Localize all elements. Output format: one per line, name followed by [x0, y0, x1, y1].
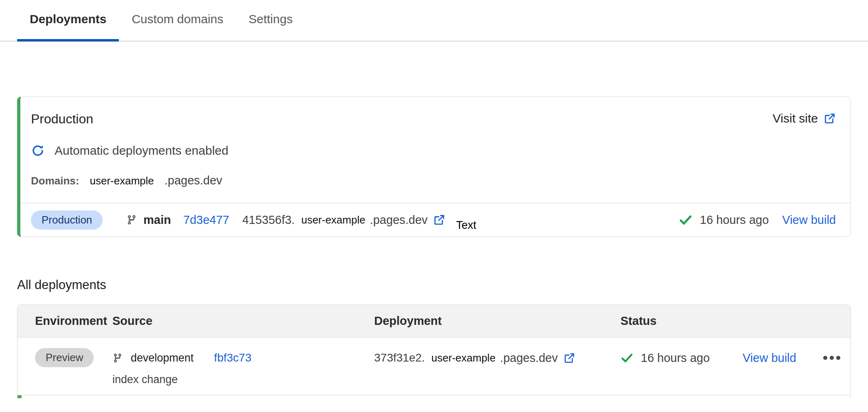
- external-link-icon[interactable]: [563, 352, 575, 364]
- deployment-url-suffix: .pages.dev: [500, 351, 558, 365]
- check-icon: [620, 351, 633, 364]
- table-row: Preview development fbf3c73 index change…: [18, 337, 850, 395]
- deployment-time: 16 hours ago: [641, 351, 710, 365]
- column-header-environment: Environment: [35, 314, 112, 328]
- branch-name: development: [131, 352, 194, 364]
- domain-suffix: .pages.dev: [164, 174, 222, 187]
- deployment-url-name: user-example: [432, 352, 496, 364]
- visit-site-label: Visit site: [773, 112, 818, 125]
- production-card-title: Production: [31, 112, 93, 127]
- auto-deployments-text: Automatic deployments enabled: [55, 144, 228, 158]
- view-build-link[interactable]: View build: [743, 351, 796, 365]
- environment-badge-production: Production: [31, 210, 103, 230]
- tab-custom-domains[interactable]: Custom domains: [119, 12, 236, 41]
- tab-settings[interactable]: Settings: [236, 12, 305, 41]
- branch-name: main: [143, 213, 171, 227]
- deployment-url-id: 373f31e2.: [374, 351, 425, 364]
- production-deployment-row: Production main 7d3e477 415356f3. user-e…: [20, 203, 850, 237]
- table-header-row: Environment Source Deployment Status: [18, 305, 850, 337]
- deployments-table: Environment Source Deployment Status Pre…: [17, 305, 851, 398]
- annotation-text: Text: [456, 219, 476, 232]
- ellipsis-menu-button[interactable]: [823, 348, 841, 368]
- deployment-url-id: 415356f3.: [242, 213, 295, 227]
- view-build-link[interactable]: View build: [782, 213, 836, 227]
- check-icon: [679, 213, 693, 227]
- domain-name: user-example: [90, 175, 154, 187]
- commit-hash-link[interactable]: fbf3c73: [214, 351, 252, 364]
- column-header-deployment: Deployment: [374, 314, 620, 328]
- visit-site-link[interactable]: Visit site: [773, 112, 836, 125]
- external-link-icon: [824, 112, 836, 125]
- refresh-icon: [31, 144, 45, 158]
- external-link-icon[interactable]: [433, 214, 445, 226]
- column-header-status: Status: [620, 314, 743, 328]
- domains-label: Domains:: [31, 175, 79, 187]
- commit-hash-link[interactable]: 7d3e477: [183, 213, 229, 227]
- environment-badge-preview: Preview: [35, 348, 94, 367]
- commit-message: index change: [112, 373, 374, 386]
- production-card: Production Visit site Automat: [17, 96, 851, 237]
- deployment-url-suffix: .pages.dev: [370, 213, 427, 227]
- all-deployments-heading: All deployments: [17, 278, 868, 292]
- tab-bar: Deployments Custom domains Settings: [0, 0, 868, 42]
- column-header-source: Source: [112, 314, 374, 328]
- tab-deployments[interactable]: Deployments: [17, 12, 119, 41]
- deployment-time: 16 hours ago: [700, 213, 769, 227]
- git-branch-icon: [126, 214, 137, 226]
- deployment-url-name: user-example: [301, 214, 366, 226]
- git-branch-icon: [112, 352, 123, 364]
- next-row-partial: [18, 395, 850, 398]
- production-row-accent: [18, 395, 22, 398]
